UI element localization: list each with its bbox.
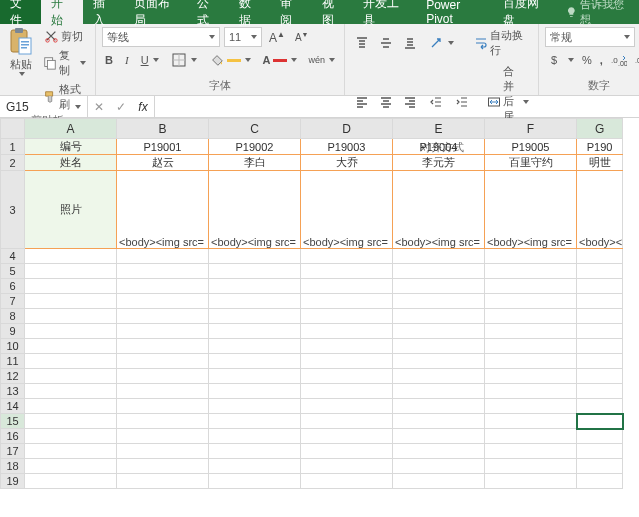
cell[interactable] <box>577 474 623 489</box>
cell[interactable] <box>25 354 117 369</box>
row-header[interactable]: 14 <box>1 399 25 414</box>
cell[interactable] <box>301 429 393 444</box>
cell[interactable] <box>301 324 393 339</box>
cell[interactable] <box>209 414 301 429</box>
cell[interactable] <box>25 279 117 294</box>
tab-power-pivot[interactable]: Power Pivot <box>416 0 493 24</box>
font-family-select[interactable]: 等线 <box>102 27 220 47</box>
cell[interactable]: <body><img src= <box>393 171 485 249</box>
tell-me[interactable]: 告诉我您想 <box>556 0 639 24</box>
tab-page-layout[interactable]: 页面布局 <box>124 0 187 24</box>
cell[interactable] <box>209 294 301 309</box>
fill-color-button[interactable] <box>206 51 254 69</box>
comma-button[interactable]: , <box>597 53 606 67</box>
cell[interactable] <box>577 309 623 324</box>
accounting-format-button[interactable]: $ <box>545 51 577 69</box>
cell[interactable] <box>301 249 393 264</box>
tab-view[interactable]: 视图 <box>312 0 353 24</box>
align-top-button[interactable] <box>351 34 373 52</box>
tab-home[interactable]: 开始 <box>41 0 82 24</box>
cell[interactable] <box>25 339 117 354</box>
cell[interactable]: <body><img src= <box>209 171 301 249</box>
tab-insert[interactable]: 插入 <box>83 0 124 24</box>
cell[interactable]: P19002 <box>209 139 301 155</box>
cell[interactable]: P19001 <box>117 139 209 155</box>
paste-button[interactable]: 粘贴 <box>6 27 36 76</box>
insert-function-button[interactable]: fx <box>132 99 154 115</box>
cell[interactable] <box>209 264 301 279</box>
cell[interactable] <box>485 324 577 339</box>
row-header[interactable]: 9 <box>1 324 25 339</box>
cell[interactable] <box>577 324 623 339</box>
cell[interactable] <box>393 384 485 399</box>
cell[interactable] <box>393 474 485 489</box>
cell[interactable] <box>393 249 485 264</box>
row-header[interactable]: 6 <box>1 279 25 294</box>
cell[interactable] <box>393 414 485 429</box>
cell[interactable] <box>209 399 301 414</box>
increase-font-button[interactable]: A▲ <box>266 29 288 46</box>
cell[interactable] <box>209 429 301 444</box>
cell[interactable] <box>485 279 577 294</box>
enter-formula-button[interactable]: ✓ <box>110 99 132 115</box>
cell[interactable] <box>117 294 209 309</box>
cell[interactable] <box>301 309 393 324</box>
orientation-button[interactable] <box>425 34 457 52</box>
cell[interactable] <box>117 369 209 384</box>
cell[interactable] <box>209 369 301 384</box>
cell[interactable] <box>301 369 393 384</box>
cell[interactable] <box>209 354 301 369</box>
cell[interactable] <box>393 399 485 414</box>
cut-button[interactable]: 剪切 <box>40 27 89 45</box>
cell[interactable] <box>117 459 209 474</box>
col-header-F[interactable]: F <box>485 119 577 139</box>
cell[interactable] <box>117 249 209 264</box>
cell[interactable]: 大乔 <box>301 155 393 171</box>
cell[interactable]: 百里守约 <box>485 155 577 171</box>
cell[interactable] <box>393 279 485 294</box>
cell[interactable] <box>117 429 209 444</box>
cell[interactable] <box>25 369 117 384</box>
cell[interactable] <box>301 399 393 414</box>
cell[interactable] <box>393 369 485 384</box>
cell[interactable] <box>577 414 623 429</box>
row-header[interactable]: 5 <box>1 264 25 279</box>
cell[interactable] <box>25 324 117 339</box>
cancel-formula-button[interactable]: ✕ <box>88 99 110 115</box>
cell[interactable]: <body><img src= <box>117 171 209 249</box>
row-header[interactable]: 1 <box>1 139 25 155</box>
cell[interactable] <box>209 459 301 474</box>
cell[interactable] <box>485 384 577 399</box>
cell[interactable] <box>301 294 393 309</box>
col-header-B[interactable]: B <box>117 119 209 139</box>
row-header[interactable]: 10 <box>1 339 25 354</box>
bold-button[interactable]: B <box>102 53 116 67</box>
cell[interactable] <box>117 474 209 489</box>
col-header-A[interactable]: A <box>25 119 117 139</box>
cell[interactable] <box>577 339 623 354</box>
select-all-corner[interactable] <box>1 119 25 139</box>
cell[interactable] <box>577 459 623 474</box>
cell[interactable]: P19003 <box>301 139 393 155</box>
cell[interactable] <box>117 354 209 369</box>
row-header[interactable]: 13 <box>1 384 25 399</box>
tab-formulas[interactable]: 公式 <box>187 0 228 24</box>
cell[interactable]: 姓名 <box>25 155 117 171</box>
cell[interactable] <box>301 279 393 294</box>
row-header[interactable]: 19 <box>1 474 25 489</box>
cell[interactable]: <body>< <box>577 171 623 249</box>
cell[interactable] <box>209 339 301 354</box>
cell[interactable] <box>301 474 393 489</box>
align-bottom-button[interactable] <box>399 34 421 52</box>
cell[interactable]: 编号 <box>25 139 117 155</box>
cell[interactable] <box>485 429 577 444</box>
cell[interactable] <box>25 249 117 264</box>
phonetic-button[interactable]: wén <box>306 54 339 66</box>
cell[interactable] <box>25 264 117 279</box>
copy-button[interactable]: 复制 <box>40 47 89 79</box>
cell[interactable]: 李白 <box>209 155 301 171</box>
tab-baidu[interactable]: 百度网盘 <box>493 0 556 24</box>
cell[interactable] <box>301 444 393 459</box>
cell[interactable] <box>577 384 623 399</box>
cell[interactable] <box>209 384 301 399</box>
